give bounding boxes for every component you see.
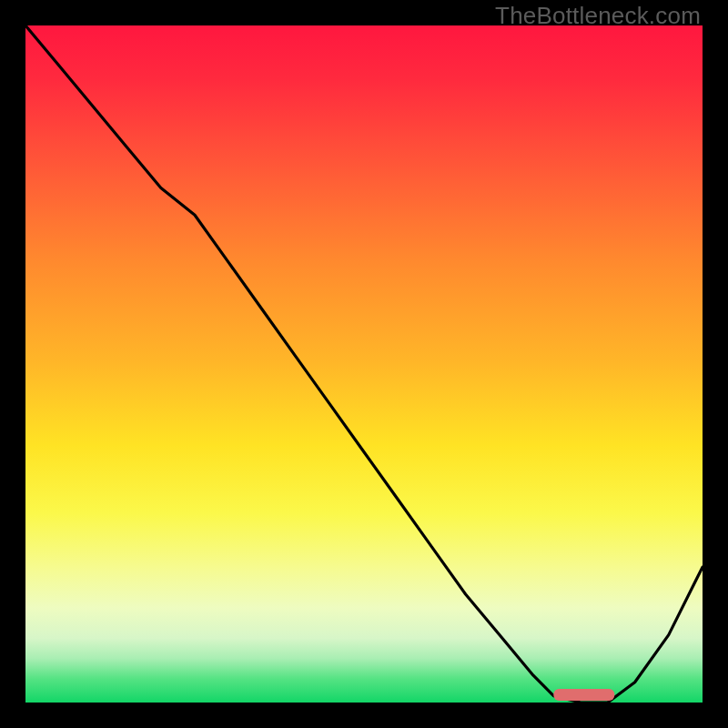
bottleneck-chart <box>25 25 703 703</box>
optimal-range-marker <box>553 689 614 701</box>
chart-background <box>25 25 703 703</box>
chart-frame <box>25 25 703 703</box>
